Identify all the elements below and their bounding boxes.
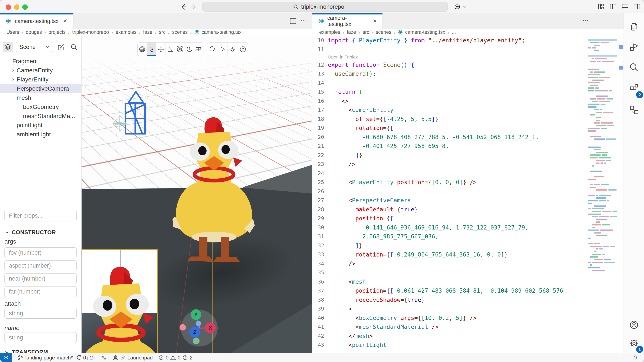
breadcrumb-item[interactable]: src: [363, 29, 369, 35]
toggle-right-panel-icon[interactable]: [633, 3, 640, 10]
code-text[interactable]: <CameraEntity: [328, 107, 394, 113]
breadcrumb-item[interactable]: examples: [116, 29, 136, 35]
layers-button[interactable]: [2, 42, 13, 52]
search-input[interactable]: [301, 3, 357, 10]
arg-input-aspect[interactable]: [4, 260, 77, 271]
breadcrumb-item[interactable]: examples: [319, 29, 340, 35]
explorer-button[interactable]: [629, 22, 639, 32]
scene-search-button[interactable]: [70, 43, 78, 51]
code-text[interactable]: position={[: [328, 215, 394, 222]
arg-input-far[interactable]: [4, 286, 77, 297]
project-search-bar[interactable]: [202, 2, 448, 12]
breadcrumb-item[interactable]: scenes: [172, 29, 188, 35]
flow-view-button[interactable]: [629, 104, 639, 115]
notifications-button[interactable]: [632, 355, 638, 361]
minimap[interactable]: [588, 36, 618, 293]
git-branch-item[interactable]: landing-page-march*: [18, 355, 73, 361]
code-text[interactable]: />: [328, 161, 356, 167]
axis-gizmo[interactable]: Y X Z: [178, 307, 221, 349]
breadcrumb-item[interactable]: Users: [6, 29, 19, 35]
problems-item[interactable]: 0 0 2: [158, 355, 192, 361]
code-text[interactable]: offset={[-4.25, 5, 5.5]}: [328, 116, 438, 122]
scene-selector[interactable]: Scene: [16, 42, 53, 52]
code-text[interactable]: <>: [328, 98, 348, 104]
code-text[interactable]: return (: [328, 88, 362, 95]
tree-item-fragment[interactable]: Fragment: [0, 57, 81, 66]
tab-close-icon[interactable]: ✕: [63, 18, 67, 24]
code-text[interactable]: rotation={[-0.249_804_765_644_363_16, 0,…: [328, 251, 508, 258]
code-text[interactable]: 2.068_985_775_667_036,: [328, 233, 438, 240]
tree-item-pointlight[interactable]: pointLight: [0, 121, 81, 130]
zoom-window-button[interactable]: [22, 4, 28, 10]
neg-z-axis-ball[interactable]: [196, 321, 201, 326]
forward-button[interactable]: [190, 3, 198, 10]
code-text[interactable]: -0.141_646_936_469_016_94, 1.732_122_037…: [328, 224, 528, 231]
code-text[interactable]: ]}: [328, 242, 362, 249]
translate-tool-button[interactable]: [156, 42, 166, 56]
toggle-bottom-panel-icon[interactable]: [622, 3, 629, 10]
code-text[interactable]: import { PlayerEntity } from "../entitie…: [328, 37, 525, 44]
night-mode-button[interactable]: [184, 42, 194, 56]
code-text[interactable]: makeDefault={true}: [328, 206, 418, 213]
code-text[interactable]: >: [328, 305, 352, 312]
code-text[interactable]: receiveShadow={true}: [328, 297, 425, 303]
viewport-3d[interactable]: ?: [82, 36, 312, 353]
split-editor-button[interactable]: [289, 17, 297, 25]
camera-helper-gizmo[interactable]: [126, 92, 145, 134]
editor-more-actions-button[interactable]: ⋯: [582, 16, 589, 24]
codelens-open-in-triplex[interactable]: Open in Triplex: [328, 54, 358, 60]
undo-button[interactable]: [207, 42, 218, 56]
code-text[interactable]: <boxGeometry args={[10, 0.2, 5]} />: [328, 315, 476, 321]
tree-item-boxgeometry[interactable]: boxGeometry: [0, 102, 81, 111]
code-text[interactable]: <pointLight: [328, 342, 386, 348]
scale-tool-button[interactable]: [175, 42, 184, 56]
ports-item[interactable]: [101, 355, 107, 361]
tab-close-icon[interactable]: ✕: [373, 18, 377, 24]
tree-item-mesh[interactable]: mesh: [0, 93, 81, 102]
account-button[interactable]: [629, 320, 639, 330]
code-text[interactable]: ]}: [328, 152, 362, 159]
code-text[interactable]: -0.680_678_408_277_788_5, -0.541_052_068…: [328, 134, 539, 140]
neg-y-axis-ball[interactable]: [193, 338, 200, 344]
assistant-menu[interactable]: [453, 2, 466, 11]
breadcrumb-item[interactable]: ...: [452, 29, 456, 35]
name-input[interactable]: [4, 332, 77, 343]
arg-input-near[interactable]: [4, 273, 77, 284]
tree-item-cameraentity[interactable]: CameraEntity: [0, 66, 81, 75]
code-text[interactable]: useCamera();: [328, 70, 376, 77]
breadcrumb-item[interactable]: camera-testing.tsx: [398, 29, 445, 35]
code-area[interactable]: 10import { PlayerEntity } from "../entit…: [312, 36, 588, 352]
breadcrumb-item[interactable]: triplex-monorepo: [72, 29, 109, 35]
code-text[interactable]: <PlayerEntity position={[0, 0, 0]} />: [328, 179, 476, 185]
filter-props-input[interactable]: [4, 210, 77, 221]
breadcrumb-item[interactable]: douges: [26, 29, 42, 35]
sync-item[interactable]: 0↓ 2↑: [76, 355, 96, 361]
help-button[interactable]: ?: [238, 42, 248, 56]
toggle-left-panel-icon[interactable]: [610, 3, 617, 10]
tab-camera-testing[interactable]: camera-testing.tsx ✕: [0, 13, 74, 29]
code-text[interactable]: <meshStandardMaterial />: [328, 324, 438, 330]
rotate-tool-button[interactable]: [166, 42, 175, 56]
close-window-button[interactable]: [6, 4, 11, 10]
code-text[interactable]: -0.401_425_727_958_695_8,: [328, 143, 449, 149]
attach-input[interactable]: [4, 308, 77, 319]
tree-item-ambientlight[interactable]: ambientLight: [0, 130, 81, 139]
code-text[interactable]: position={[-0.061_427_483_068_584_81, -0…: [328, 287, 563, 294]
constructor-section-header[interactable]: CONSTRUCTOR: [4, 229, 77, 236]
minimize-window-button[interactable]: [14, 4, 20, 10]
customize-layout-icon[interactable]: [598, 3, 605, 10]
chicken-model[interactable]: [172, 116, 256, 262]
run-debug-button[interactable]: [629, 42, 639, 52]
globe-tool-button[interactable]: [138, 42, 147, 56]
tree-item-meshstandardma[interactable]: meshStandardMa...: [0, 111, 81, 121]
tree-item-playerentity[interactable]: PlayerEntity: [0, 75, 81, 84]
code-text[interactable]: castShadow={true}: [328, 351, 414, 352]
left-more-actions-button[interactable]: ⋯: [301, 16, 308, 24]
code-text[interactable]: export function Scene() {: [328, 61, 414, 68]
back-button[interactable]: [180, 3, 187, 10]
code-text[interactable]: />: [328, 260, 356, 267]
breadcrumb-item[interactable]: src: [159, 29, 166, 35]
breadcrumb-item[interactable]: camera-testing.tsx: [194, 29, 242, 35]
launchpad-item[interactable]: Launchpad: [112, 355, 153, 361]
editor-tab-camera-testing[interactable]: camera-testing.tsx ✕: [312, 13, 383, 29]
